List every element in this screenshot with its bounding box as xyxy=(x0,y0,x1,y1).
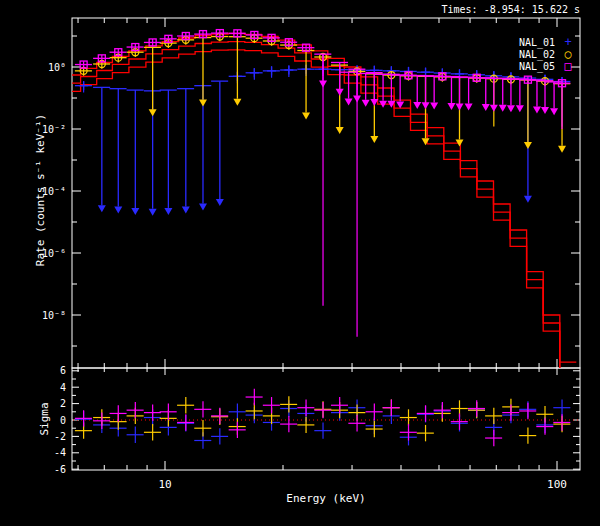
x-tick-label: 10 xyxy=(158,478,171,491)
legend-row-nal01: NAL_01 + xyxy=(470,36,574,48)
arrowhead-icon xyxy=(456,104,464,111)
tick-marks xyxy=(72,18,580,470)
arrowhead-icon xyxy=(131,208,139,215)
arrowhead-icon xyxy=(319,80,327,87)
arrowhead-icon xyxy=(558,146,566,153)
arrowhead-icon xyxy=(362,100,370,107)
arrowhead-icon xyxy=(199,100,207,107)
sigma-tick-label: 0 xyxy=(60,415,66,426)
arrowhead-icon xyxy=(396,101,404,108)
arrowhead-icon xyxy=(516,105,524,112)
arrowhead-icon xyxy=(422,102,430,109)
arrowhead-icon xyxy=(524,142,532,149)
arrowhead-icon xyxy=(353,96,361,103)
arrowhead-icon xyxy=(541,107,549,114)
arrowhead-icon xyxy=(149,209,157,216)
x-tick-label: 100 xyxy=(547,478,567,491)
arrowhead-icon xyxy=(465,104,473,111)
arrowhead-icon xyxy=(550,108,558,115)
arrowhead-icon xyxy=(336,89,344,96)
arrowhead-icon xyxy=(233,99,241,106)
sigma-tick-label: 4 xyxy=(60,382,66,393)
tick-labels: 1010010⁰10⁻²10⁻⁴10⁻⁶10⁻⁸-6-4-20246 xyxy=(42,62,567,491)
arrowhead-icon xyxy=(199,203,207,210)
legend: NAL_01 + NAL_02 ○ NAL_05 □ xyxy=(470,36,574,72)
sigma-tick-label: 6 xyxy=(60,365,66,376)
arrowhead-icon xyxy=(370,136,378,143)
sigma-axis-label: Sigma xyxy=(38,402,51,435)
arrowhead-icon xyxy=(490,105,498,112)
arrowhead-icon xyxy=(336,127,344,134)
arrowhead-icon xyxy=(149,109,157,116)
rate-axis-label: Rate (counts s⁻¹ keV⁻¹) xyxy=(34,114,47,266)
legend-label-nal01: NAL_01 xyxy=(519,37,555,48)
arrowhead-icon xyxy=(447,103,455,110)
legend-label-nal05: NAL_05 xyxy=(519,61,555,72)
model-step-line xyxy=(64,42,576,371)
arrowhead-icon xyxy=(499,105,507,112)
arrowhead-icon xyxy=(164,208,172,215)
model-step-line xyxy=(64,34,576,363)
y-tick-label: 10⁻⁸ xyxy=(42,310,66,321)
sigma-panel-frame xyxy=(72,368,580,470)
square-marker-icon: □ xyxy=(562,60,574,72)
plot-title: Times: -8.954: 15.622 s xyxy=(442,4,580,15)
sigma-tick-label: -2 xyxy=(54,431,66,442)
sigma-tick-label: 2 xyxy=(60,398,66,409)
arrowhead-icon xyxy=(533,106,541,113)
legend-row-nal05: NAL_05 □ xyxy=(470,60,574,72)
arrowhead-icon xyxy=(302,113,310,120)
sigma-tick-label: -4 xyxy=(54,447,66,458)
model-step-line xyxy=(64,50,576,379)
sigma-tick-label: -6 xyxy=(54,464,66,475)
arrowhead-icon xyxy=(216,199,224,206)
y-tick-label: 10⁰ xyxy=(48,62,66,73)
legend-label-nal02: NAL_02 xyxy=(519,49,555,60)
spectrum-plot-canvas: 1010010⁰10⁻²10⁻⁴10⁻⁶10⁻⁸-6-4-20246 xyxy=(0,0,600,526)
arrowhead-icon xyxy=(114,206,122,213)
arrowhead-icon xyxy=(98,205,106,212)
arrowhead-icon xyxy=(182,206,190,213)
arrowhead-icon xyxy=(482,104,490,111)
energy-axis-label: Energy (keV) xyxy=(286,492,365,505)
arrowhead-icon xyxy=(345,99,353,106)
arrowhead-icon xyxy=(524,196,532,203)
model-lines xyxy=(64,34,576,379)
xspec-plot-window: 1010010⁰10⁻²10⁻⁴10⁻⁶10⁻⁸-6-4-20246 Times… xyxy=(0,0,600,526)
arrowhead-icon xyxy=(430,102,438,109)
arrowhead-icon xyxy=(507,105,515,112)
arrowhead-icon xyxy=(413,102,421,109)
legend-row-nal02: NAL_02 ○ xyxy=(470,48,574,60)
